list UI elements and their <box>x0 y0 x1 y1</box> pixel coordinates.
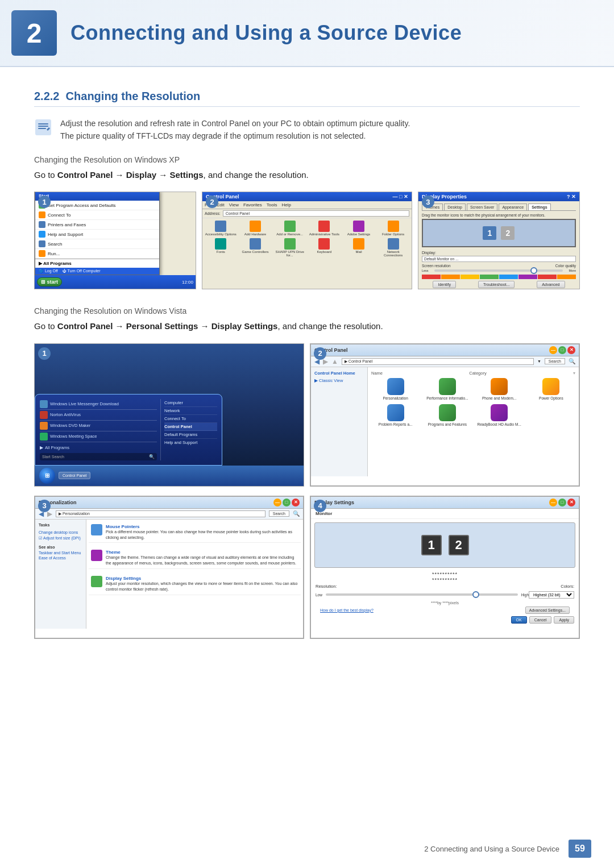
vista-all-programs-label: All Programs <box>45 445 69 450</box>
vista-cp-home-link[interactable]: Control Panel Home <box>314 371 364 376</box>
vista-pers-search-icon[interactable]: 🔍 <box>293 510 300 517</box>
vista-cp-label-ready: ReadyBoost HD Audio M... <box>477 422 521 427</box>
vista-cp-win-btns: — □ ✕ <box>549 346 575 354</box>
vista-cp-icon-ready <box>491 404 508 421</box>
vista-cp-window: Control Panel — □ ✕ ◀ ▶ ▲ ▶ Control Pane… <box>310 344 579 486</box>
vista-right-help: Help and Support <box>164 439 217 446</box>
vista-ds-slider[interactable] <box>326 593 518 596</box>
xp-cp-icon-label: Administrative Tools <box>309 232 339 236</box>
vista-pers-taskbar[interactable]: Taskbar and Start Menu <box>39 551 82 555</box>
vista-cp-phone: Phone and Modem... <box>475 378 524 401</box>
vista-pers-min-btn[interactable]: — <box>273 499 281 506</box>
xp-dp-res-slider[interactable] <box>434 269 563 272</box>
vista-ds-colors-select[interactable]: Highest (32 bit) <box>529 591 574 599</box>
xp-cp-icon <box>318 238 330 250</box>
xp-cp-icon-label: Add Hardware <box>244 232 266 236</box>
vista-cp-label-perf: Performance Informatio... <box>426 396 468 401</box>
vista-pers-win-btns: — □ ✕ <box>273 499 300 506</box>
vista-ds-min-btn[interactable]: — <box>549 499 557 506</box>
note-icon <box>34 118 52 136</box>
vista-pers-display-item: Display Settings Adjust your monitor res… <box>89 574 301 595</box>
xp-step1-screenshot: 1 Start Set Program Access and Defaults … <box>34 192 196 289</box>
footer-text: 2 Connecting and Using a Source Device <box>424 845 559 853</box>
vista-cp-icons-grid: Personalization Performance Informatio..… <box>371 378 575 427</box>
vista-ds-res-label: Resolution: <box>316 584 337 589</box>
xp-start-button: ⊞ start <box>37 277 62 286</box>
xp-cp-icon <box>388 238 399 250</box>
vista-cp-cat-header: Category <box>469 371 486 376</box>
vista-pers-mouse-text: Mouse Pointers Pick a different mouse po… <box>106 524 298 541</box>
xp-tab-appearance[interactable]: Appearance <box>499 203 527 210</box>
vista-pers-display-icon <box>91 576 102 587</box>
vista-icon-dvd <box>40 422 48 430</box>
vista-pers-max-btn[interactable]: □ <box>283 499 291 506</box>
vista-cp-search-icon[interactable]: 🔍 <box>569 358 575 364</box>
xp-logoff: 🔵 Log Off <box>39 269 58 273</box>
vista-ds-close-btn[interactable]: ✕ <box>567 499 575 506</box>
xp-menu-icon <box>39 231 45 238</box>
xp-menu-item: Run... <box>35 249 159 259</box>
xp-tab-desktop[interactable]: Desktop <box>444 203 466 210</box>
xp-dp-drag-hint: Drag the monitor icons to match the phys… <box>422 213 576 217</box>
vista-pers-theme-desc: Change the theme. Themes can change a wi… <box>106 555 298 566</box>
xp-dp-troubleshoot-btn[interactable]: Troubleshoot... <box>478 281 515 288</box>
xp-logoff-row: 🔵 Log Off ⏻ Turn Off Computer <box>35 268 159 275</box>
section-heading: 2.2.2 Changing the Resolution <box>34 90 580 107</box>
vista-search-box: Start Search 🔍 <box>40 453 157 460</box>
xp-dp-advanced-btn[interactable]: Advanced <box>537 281 565 288</box>
vista-pers-display-title: Display Settings <box>106 576 298 581</box>
xp-tab-screensaver[interactable]: Screen Saver <box>467 203 497 210</box>
vista-ds-titlebar: Display Settings — □ ✕ <box>311 497 579 509</box>
vista-ds-max-btn[interactable]: □ <box>558 499 566 506</box>
xp-cp-toolbar: File Edit View Favorites Tools Help <box>202 201 412 209</box>
vista-ds-cancel-btn[interactable]: Cancel <box>529 616 552 624</box>
vista-search-label: Start Search <box>42 455 64 459</box>
xp-cp-icon-hardware: Add Hardware <box>239 221 272 236</box>
xp-dp-btn-row1: Identify Troubleshoot... Advanced <box>422 281 576 288</box>
vista-cp-up-btn[interactable]: ▲ <box>331 358 338 366</box>
vista-right-network: Network <box>164 407 217 415</box>
vista-pers-task-font[interactable]: ☑ Adjust font size (DPI) <box>39 536 82 541</box>
vista-ds-best-display-link[interactable]: How do I get the best display? <box>320 608 374 612</box>
vista-cp-toolbar: ◀ ▶ ▲ ▶ Control Panel ▼ Search 🔍 <box>311 356 579 367</box>
vista-close-btn[interactable]: ✕ <box>567 346 575 354</box>
vista-item-norton: Norton AntiVirus <box>40 410 157 421</box>
color-seg-orange <box>441 275 460 279</box>
vista-cp-view-btn[interactable]: ▾ <box>573 371 575 376</box>
xp-clock: 12:00 <box>182 280 193 285</box>
xp-cp-icon-sharp: SHARP UPN Drive for... <box>273 238 306 257</box>
vista-cp-search-input[interactable]: Search <box>545 358 565 364</box>
svg-rect-0 <box>35 119 51 135</box>
xp-cp-favorites: Favorites <box>243 202 262 207</box>
vista-pers-ease[interactable]: Ease of Access <box>39 556 82 560</box>
vista-pers-address: ▶ Personalization <box>56 510 265 517</box>
vista-cp-problem: Problem Reports a... <box>371 404 420 427</box>
vista-ds-ok-btn[interactable]: OK <box>511 616 527 624</box>
vista-pers-task-icons[interactable]: Change desktop icons <box>39 530 82 534</box>
xp-dp-identify-btn[interactable]: Identify <box>433 281 456 288</box>
xp-cp-icon-admin: Administrative Tools <box>308 221 341 236</box>
vista-ds-advanced-btn[interactable]: Advanced Settings... <box>525 607 570 614</box>
vista-cp-classic-link[interactable]: ▶ Classic View <box>314 378 364 383</box>
vista-ds-apply-btn[interactable]: Apply <box>554 616 574 624</box>
xp-tab-settings[interactable]: Settings <box>528 203 551 210</box>
xp-dp-display-select[interactable]: Default Monitor on ... <box>422 256 576 262</box>
vista-pers-theme-text: Theme Change the theme. Themes can chang… <box>106 550 298 566</box>
vista-maximize-btn[interactable]: □ <box>558 346 566 354</box>
xp-cp-icon-label: Fonts <box>217 250 225 254</box>
vista-minimize-btn[interactable]: — <box>549 346 557 354</box>
xp-cp-help: Help <box>282 202 291 207</box>
xp-cp-btns: — □ ✕ <box>393 194 408 200</box>
vista-ds-controls: Resolution: Colors: Low High Highest (32… <box>311 584 579 614</box>
vista-pers-close-btn[interactable]: ✕ <box>292 499 300 506</box>
vista-start-panel: Windows Live Messenger Download Norton A… <box>35 394 222 466</box>
vista-cp-label-programs: Programs and Features <box>428 422 467 427</box>
xp-cp-icon-fonts: Fonts <box>205 238 237 257</box>
xp-dp-monitor-preview: 1 2 <box>422 219 576 247</box>
page-header: 2 Connecting and Using a Source Device <box>0 0 614 67</box>
vista-cp-main-area: Name Category ▾ Personalization Per <box>368 367 579 476</box>
vista-pers-search[interactable]: Search <box>269 510 289 517</box>
xp-cp-icon-folder: Folder Options <box>377 221 409 236</box>
xp-step3-screenshot: 3 Display Properties ? ✕ Themes Desktop … <box>418 192 580 289</box>
xp-cp-titlebar: Control Panel — □ ✕ <box>202 192 412 201</box>
